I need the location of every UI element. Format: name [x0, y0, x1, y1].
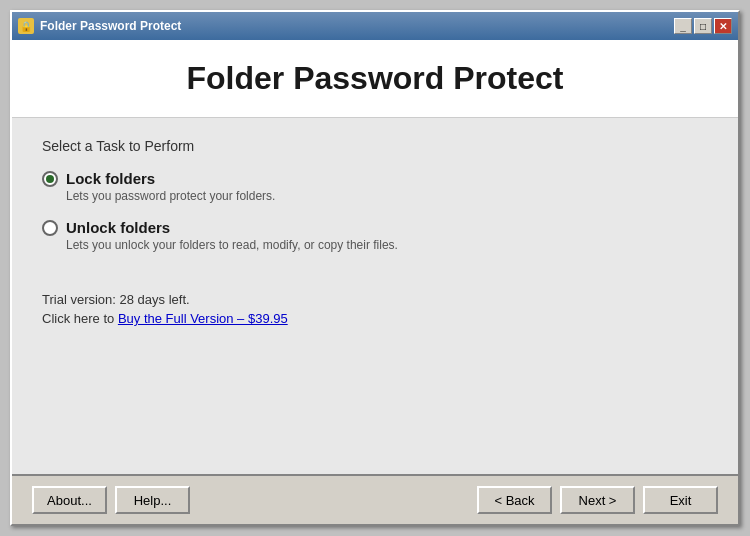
trial-link-prefix: Click here to: [42, 311, 118, 326]
title-bar: 🔒 Folder Password Protect _ □ ✕: [12, 12, 738, 40]
help-button[interactable]: Help...: [115, 486, 190, 514]
main-section: Select a Task to Perform Lock folders Le…: [12, 118, 738, 474]
app-icon: 🔒: [18, 18, 34, 34]
exit-button[interactable]: Exit: [643, 486, 718, 514]
task-label: Select a Task to Perform: [42, 138, 708, 154]
lock-label: Lock folders: [66, 170, 155, 187]
lock-radio-row[interactable]: Lock folders: [42, 170, 708, 187]
minimize-button[interactable]: _: [674, 18, 692, 34]
unlock-radio-row[interactable]: Unlock folders: [42, 219, 708, 236]
unlock-option: Unlock folders Lets you unlock your fold…: [42, 219, 708, 252]
title-bar-text: Folder Password Protect: [40, 19, 181, 33]
unlock-radio-button[interactable]: [42, 220, 58, 236]
radio-group: Lock folders Lets you password protect y…: [42, 170, 708, 252]
footer-right: < Back Next > Exit: [477, 486, 718, 514]
lock-radio-button[interactable]: [42, 171, 58, 187]
app-title: Folder Password Protect: [42, 60, 708, 97]
trial-section: Trial version: 28 days left. Click here …: [42, 282, 708, 326]
main-window: 🔒 Folder Password Protect _ □ ✕ Folder P…: [10, 10, 740, 526]
unlock-label: Unlock folders: [66, 219, 170, 236]
trial-link-container: Click here to Buy the Full Version – $39…: [42, 311, 708, 326]
title-bar-buttons: _ □ ✕: [674, 18, 732, 34]
back-button[interactable]: < Back: [477, 486, 552, 514]
lock-description: Lets you password protect your folders.: [66, 189, 708, 203]
trial-text: Trial version: 28 days left.: [42, 292, 708, 307]
next-button[interactable]: Next >: [560, 486, 635, 514]
buy-full-version-link[interactable]: Buy the Full Version – $39.95: [118, 311, 288, 326]
title-bar-left: 🔒 Folder Password Protect: [18, 18, 181, 34]
lock-option: Lock folders Lets you password protect y…: [42, 170, 708, 203]
about-button[interactable]: About...: [32, 486, 107, 514]
content-area: Folder Password Protect Select a Task to…: [12, 40, 738, 474]
footer-left: About... Help...: [32, 486, 190, 514]
unlock-description: Lets you unlock your folders to read, mo…: [66, 238, 708, 252]
footer-section: About... Help... < Back Next > Exit: [12, 474, 738, 524]
close-button[interactable]: ✕: [714, 18, 732, 34]
header-section: Folder Password Protect: [12, 40, 738, 118]
maximize-button[interactable]: □: [694, 18, 712, 34]
